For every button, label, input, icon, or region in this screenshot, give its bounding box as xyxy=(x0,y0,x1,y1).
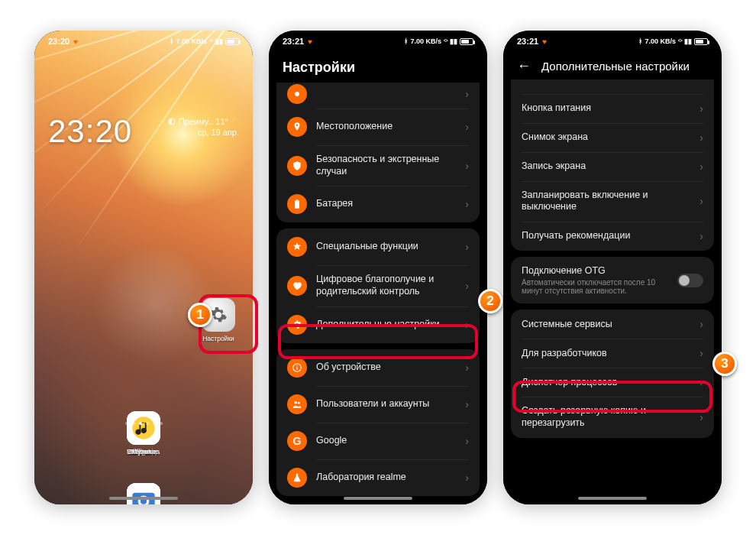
home-weather-widget[interactable]: ◐ Преиму.. 11° ☾ ср, 19 апр. xyxy=(168,116,239,137)
dock-camera[interactable] xyxy=(120,483,167,504)
battery-icon xyxy=(460,38,473,45)
google-icon: G xyxy=(287,431,307,451)
gear-icon xyxy=(287,315,307,335)
chevron-right-icon: › xyxy=(465,121,469,133)
row-otg-subtitle: Автоматически отключается после 10 минут… xyxy=(522,278,668,295)
settings-row-about[interactable]: Об устройстве› xyxy=(276,349,480,386)
group-system: Системные сервисы› Для разработчиков› Ди… xyxy=(511,310,714,437)
battery-icon xyxy=(225,38,239,45)
notification-heart-icon: ♥ xyxy=(308,37,312,46)
row-process-manager[interactable]: Диспетчер процессов› xyxy=(511,368,714,397)
clock-time: 23:20 xyxy=(48,113,132,150)
app-settings-label: Настройки xyxy=(195,335,241,342)
settings-row-security[interactable]: Безопасность и экстренные случаи› xyxy=(276,145,480,186)
settings-row-location[interactable]: Местоположение› xyxy=(276,109,480,145)
home-clock: 23:20 xyxy=(48,113,132,150)
row-power-button[interactable]: Кнопка питания› xyxy=(511,94,714,123)
row-backup-reset[interactable]: Создать резервную копию и перезагрузить› xyxy=(511,397,714,437)
status-bar: 23:21♥ ᚼ 7.00 KB/s ⌔ ▮▮ xyxy=(269,31,487,52)
svg-rect-8 xyxy=(296,199,298,200)
row-developer-options[interactable]: Для разработчиков› xyxy=(511,339,714,368)
wifi-icon: ⌔ xyxy=(444,37,447,45)
row-schedule-power[interactable]: Запланировать включение и выключение› xyxy=(511,181,714,222)
gesture-pill[interactable] xyxy=(578,497,647,500)
settings-row-battery[interactable]: Батарея› xyxy=(276,186,480,222)
weather-icon: ◐ xyxy=(168,116,176,126)
chevron-right-icon: › xyxy=(465,398,469,410)
chevron-right-icon: › xyxy=(465,472,469,484)
signal-icon: ▮▮ xyxy=(215,37,223,45)
settings-row-special[interactable]: Специальные функции› xyxy=(276,229,480,265)
weather-date: ср, 19 апр. xyxy=(198,128,239,137)
settings-group-features: Специальные функции› Цифровое благополуч… xyxy=(276,229,480,342)
notification-heart-icon: ♥ xyxy=(542,37,547,46)
settings-row-wellbeing[interactable]: Цифровое благополучие и родительский кон… xyxy=(276,265,480,306)
chevron-right-icon: › xyxy=(699,160,703,173)
row-otg[interactable]: Подключение OTG Автоматически отключаетс… xyxy=(511,257,714,304)
net-speed: 7.00 KB/s xyxy=(645,37,676,45)
badge-step-2: 2 xyxy=(478,289,502,313)
chevron-right-icon: › xyxy=(699,411,703,423)
chevron-right-icon: › xyxy=(465,280,469,292)
svg-point-12 xyxy=(295,400,298,404)
flask-icon xyxy=(287,468,307,488)
page-indicator xyxy=(34,422,253,425)
chevron-right-icon: › xyxy=(699,195,703,207)
pin-icon xyxy=(287,117,307,137)
generic-icon xyxy=(287,84,307,104)
chevron-right-icon: › xyxy=(699,318,703,330)
bluetooth-icon: ᚼ xyxy=(170,37,173,45)
svg-rect-10 xyxy=(296,366,297,369)
settings-row-truncated[interactable]: .› xyxy=(276,83,480,109)
phone-home-screen: 23:20 ♥ ᚼ 7.00 KB/s ⌔ ▮▮ 23:20 ◐ Преиму.… xyxy=(34,31,253,504)
svg-rect-11 xyxy=(296,365,297,365)
settings-row-realme-lab[interactable]: Лаборатория realme› xyxy=(276,459,480,496)
row-screen-record[interactable]: Запись экрана› xyxy=(511,152,714,181)
settings-row-additional[interactable]: Дополнительные настройки› xyxy=(276,306,480,343)
battery-icon xyxy=(287,194,307,214)
tutorial-canvas: { "annotations": { "step1": "1", "step2"… xyxy=(0,0,756,535)
shield-icon xyxy=(287,156,307,176)
otg-toggle[interactable] xyxy=(677,274,703,287)
net-speed: 7.00 KB/s xyxy=(176,37,207,45)
wifi-icon: ⌔ xyxy=(678,37,682,45)
status-bar: 23:21♥ ᚼ 7.00 KB/s ⌔ ▮▮ xyxy=(503,31,722,52)
app-music[interactable]: Музыка xyxy=(120,411,167,456)
back-button[interactable]: ← xyxy=(517,58,531,74)
chevron-right-icon: › xyxy=(699,230,703,242)
chevron-right-icon: › xyxy=(465,198,469,210)
phone-settings-main: 23:21♥ ᚼ 7.00 KB/s ⌔ ▮▮ Настройки .› Мес… xyxy=(269,31,487,504)
chevron-right-icon: › xyxy=(465,362,469,374)
gesture-pill[interactable] xyxy=(109,497,178,500)
settings-scroll[interactable]: . Кнопка питания› Снимок экрана› Запись … xyxy=(503,79,722,497)
settings-scroll[interactable]: .› Местоположение› Безопасность и экстре… xyxy=(269,83,487,497)
moon-icon: ☾ xyxy=(231,116,239,126)
row-system-services[interactable]: Системные сервисы› xyxy=(511,310,714,339)
signal-icon: ▮▮ xyxy=(450,37,457,45)
settings-row-users[interactable]: Пользователи и аккаунты› xyxy=(276,386,480,423)
group-otg: Подключение OTG Автоматически отключаетс… xyxy=(511,257,714,304)
weather-desc: Преиму.. xyxy=(179,117,212,126)
badge-step-3: 3 xyxy=(712,352,737,376)
chevron-right-icon: › xyxy=(699,131,703,144)
music-icon xyxy=(127,411,160,445)
chevron-right-icon: › xyxy=(465,88,469,100)
row-recommendations[interactable]: Получать рекомендации› xyxy=(511,222,714,251)
status-time: 23:21 xyxy=(517,37,538,46)
status-bar: 23:20 ♥ ᚼ 7.00 KB/s ⌔ ▮▮ xyxy=(34,31,253,52)
svg-point-13 xyxy=(298,401,300,404)
svg-rect-7 xyxy=(295,201,299,209)
status-time: 23:20 xyxy=(48,37,69,46)
heart-icon xyxy=(287,276,307,296)
row-truncated-top[interactable]: . xyxy=(511,79,714,94)
users-icon xyxy=(287,394,307,414)
chevron-right-icon: › xyxy=(699,347,703,359)
settings-group-privacy: .› Местоположение› Безопасность и экстре… xyxy=(276,83,480,222)
gesture-pill[interactable] xyxy=(344,497,412,500)
camera-icon xyxy=(127,483,160,504)
chevron-right-icon: › xyxy=(465,435,469,447)
row-screenshot[interactable]: Снимок экрана› xyxy=(511,123,714,152)
notification-heart-icon: ♥ xyxy=(73,37,78,46)
settings-row-google[interactable]: GGoogle› xyxy=(276,423,480,459)
page-title: Дополнительные настройки xyxy=(541,60,690,73)
